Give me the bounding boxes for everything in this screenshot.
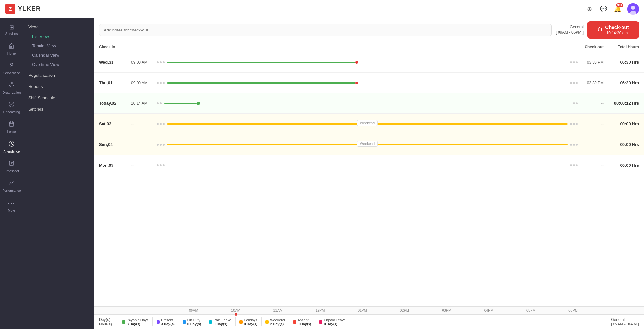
attendance-label: Attendance xyxy=(4,150,20,154)
services-label: Services xyxy=(5,32,18,36)
avatar[interactable] xyxy=(627,3,639,15)
dots-right xyxy=(570,61,578,63)
notification-icon[interactable]: 🔔 99+ xyxy=(613,4,622,13)
more-label: More xyxy=(8,209,15,213)
legend-payable-days: Payable Days 3 Day(s) xyxy=(118,317,153,326)
dot xyxy=(576,144,578,146)
views-title[interactable]: Views xyxy=(23,22,94,32)
dots-left xyxy=(157,102,162,104)
legend-text: Absent 0 Day(s) xyxy=(298,318,311,326)
leave-icon xyxy=(8,121,15,129)
bar-track xyxy=(167,164,568,166)
sidebar-item-calendar-view[interactable]: Calendar View xyxy=(23,50,94,60)
time-tick: 12PM xyxy=(316,308,325,312)
onboarding-label: Onboarding xyxy=(3,111,20,114)
sidebar-item-more[interactable]: ··· More xyxy=(0,196,23,216)
sidebar-item-attendance[interactable]: Attendance xyxy=(0,137,23,157)
sidebar-item-organization[interactable]: Organization xyxy=(0,78,23,98)
legend-text: Weekend 2 Day(s) xyxy=(270,318,285,326)
shift-label: General xyxy=(556,24,584,30)
bar-endpoint xyxy=(197,102,200,105)
time-tick: 06PM xyxy=(568,308,578,312)
legend-weekend: Weekend 2 Day(s) xyxy=(262,317,289,326)
time-tick: 11AM xyxy=(273,308,283,312)
checkout-btn-label: Check-out 10:14:20 am xyxy=(605,24,629,35)
time-tick: 05PM xyxy=(526,308,536,312)
checkout-time: 03:30 PM xyxy=(578,60,604,65)
checkin-time: 10:14 AM xyxy=(131,101,157,106)
reports-title[interactable]: Reports xyxy=(23,82,94,92)
legend-dot xyxy=(183,320,186,324)
legend-text: Holidays 0 Day(s) xyxy=(244,318,258,326)
table-row: Mon,05 -- -- 00:00 Hrs xyxy=(94,155,644,175)
notification-badge: 99+ xyxy=(616,3,623,7)
sidebar-item-tabular-view[interactable]: Tabular View xyxy=(23,41,94,50)
sidebar-item-timesheet[interactable]: Timesheet xyxy=(0,157,23,176)
checkout-time: 03:30 PM xyxy=(578,81,604,85)
attendance-icon xyxy=(8,140,15,148)
dots-left xyxy=(157,123,165,125)
sidebar-item-leave[interactable]: Leave xyxy=(0,118,23,137)
timesheet-label: Timesheet xyxy=(4,169,19,173)
legend-text: On Duty 0 Day(s) xyxy=(187,318,201,326)
checkout-button[interactable]: ⏱ Check-out 10:14:20 am xyxy=(587,21,639,39)
sidebar-item-performance[interactable]: Performance xyxy=(0,176,23,196)
svg-rect-3 xyxy=(11,46,12,48)
dot xyxy=(576,82,578,84)
help-icon[interactable]: 💬 xyxy=(599,4,608,13)
checkout-time: -- xyxy=(578,122,604,126)
time-tick: 03PM xyxy=(442,308,452,312)
svg-rect-9 xyxy=(9,122,14,126)
onboarding-icon xyxy=(8,101,15,109)
total-hrs: 06:30 Hrs xyxy=(604,80,639,85)
sidebar-item-self-service[interactable]: Self-service xyxy=(0,59,23,78)
total-hrs: 00:00 Hrs xyxy=(604,163,639,168)
dots-right xyxy=(573,102,578,104)
dot xyxy=(573,102,575,104)
shift-schedule-title[interactable]: Shift Schedule xyxy=(23,93,94,103)
dot xyxy=(570,144,572,146)
dots-right xyxy=(570,82,578,84)
days-label: Day(s) xyxy=(99,317,118,322)
bar-track: Weekend xyxy=(167,123,568,125)
sidebar-item-onboarding[interactable]: Onboarding xyxy=(0,98,23,118)
time-axis-inner: 09AM 10AM 11AM 12PM 01PM 02PM 03PM 04PM … xyxy=(189,308,578,312)
regularization-title[interactable]: Regularization xyxy=(23,70,94,80)
dot xyxy=(157,144,159,146)
sidebar-item-home[interactable]: Home xyxy=(0,39,23,59)
sidebar-item-overtime-view[interactable]: Overtime View xyxy=(23,60,94,69)
total-hrs: 06:30 Hrs xyxy=(604,60,639,65)
sidebar-item-list-view[interactable]: List View xyxy=(23,32,94,41)
bar-container xyxy=(157,76,578,89)
bar-track xyxy=(164,103,570,104)
dot xyxy=(157,123,159,125)
checkin-time: 09:00 AM xyxy=(131,81,157,85)
bar-container: Weekend xyxy=(157,138,578,151)
bar-fill xyxy=(167,62,355,63)
dot xyxy=(570,82,572,84)
main-layout: ⊞ Services Home Self-service Organizatio… xyxy=(0,18,644,329)
add-icon[interactable]: ⊕ xyxy=(585,4,594,13)
legend-text: Present 3 Day(s) xyxy=(161,318,175,326)
settings-title[interactable]: Settings xyxy=(23,104,94,114)
col-checkin: Check-in xyxy=(99,45,131,49)
dots-right xyxy=(570,123,578,125)
dot xyxy=(163,82,165,84)
table-row: Sat,03 -- Weekend xyxy=(94,114,644,134)
time-tick: 10AM xyxy=(231,308,240,312)
dot xyxy=(573,144,575,146)
notes-input[interactable] xyxy=(99,24,552,36)
time-tick: 09AM xyxy=(189,308,198,312)
logo-name: YLKER xyxy=(18,5,41,12)
legend-dot xyxy=(239,320,243,324)
checkin-time: -- xyxy=(131,122,157,126)
total-hrs: 00:00 Hrs xyxy=(604,142,639,147)
bar-container: Weekend xyxy=(157,118,578,130)
legend-dot xyxy=(122,320,125,324)
svg-rect-7 xyxy=(13,86,14,87)
dot xyxy=(160,102,162,104)
col-checkout: Check-out xyxy=(578,45,604,49)
col-empty xyxy=(131,45,157,49)
dots-right xyxy=(570,144,578,146)
sidebar-item-services[interactable]: ⊞ Services xyxy=(0,21,23,39)
